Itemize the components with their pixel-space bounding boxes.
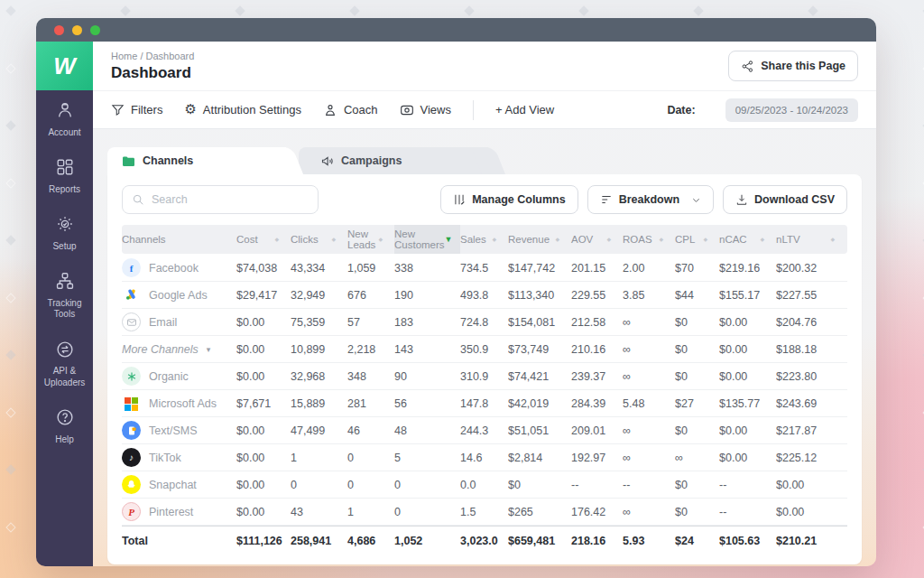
close-window-button[interactable] [54,25,64,35]
folder-icon [122,155,135,167]
cell: 734.5 [460,262,508,275]
cell: $0.00 [719,452,776,464]
cell: 0 [394,506,460,518]
page-header: Home / Dashboard Dashboard Share this Pa… [93,42,876,90]
channel-cell-tiktok[interactable]: ♪TikTok [122,448,236,467]
diamond-shape [578,5,588,15]
sort-icon: ◆ [606,237,611,242]
column-header-cpl[interactable]: CPL◆ [675,225,719,254]
filters-button[interactable]: Filters [111,103,162,117]
cell: 229.55 [571,289,623,302]
channel-cell-google-ads[interactable]: Google Ads [122,285,236,305]
logo-glyph: W [53,52,76,80]
channel-cell-pinterest[interactable]: PPinterest [122,502,236,521]
cell: 1.5 [460,506,508,518]
tab-channels[interactable]: Channels [107,147,286,174]
channel-cell-microsoft-ads[interactable]: Microsoft Ads [122,394,236,414]
cell: 3.85 [623,289,675,302]
cell: 676 [347,289,394,302]
cell: 10,899 [291,343,347,356]
channel-cell-text-sms[interactable]: Text/SMS [122,421,236,440]
diamond-shape [5,464,15,474]
cell: 1,052 [394,535,460,547]
minimize-window-button[interactable] [72,25,82,35]
column-header-aov[interactable]: AOV◆ [571,225,623,254]
cell: $70 [675,262,719,275]
sidebar-item-account[interactable]: Account [36,100,93,138]
sidebar-item-reports[interactable]: Reports [36,157,93,195]
share-page-button[interactable]: Share this Page [728,51,858,81]
column-header-new-leads[interactable]: New Leads◆ [347,225,394,254]
cell: 43,334 [291,262,347,275]
sort-icon: ◆ [331,237,336,242]
table-row: PPinterest$0.0043101.5$265176.42∞$0--$0.… [122,499,847,526]
text-sms-icon [122,421,141,440]
tab-bar: Campaigns Channels [107,147,862,174]
cell: $105.63 [719,535,776,547]
views-button[interactable]: Views [400,103,451,117]
cell: $0 [675,343,719,356]
app-logo[interactable]: W [36,42,93,90]
sidebar-item-help[interactable]: Help [36,407,93,445]
sidebar-item-setup[interactable]: Setup [36,214,93,252]
sort-icon: ◆ [274,237,279,242]
manage-columns-button[interactable]: Manage Columns [440,185,578,214]
column-header-cost[interactable]: Cost◆ [236,225,291,254]
column-header-nltv[interactable]: nLTV◆ [776,225,846,254]
cell: $0.00 [236,370,291,383]
cell: $200.32 [776,262,846,275]
account-icon [55,100,75,124]
diamond-shape [5,407,15,417]
search-input[interactable]: Search [122,185,319,214]
cell: $51,051 [508,424,571,437]
cell: $659,481 [508,535,571,547]
coach-button[interactable]: Coach [323,103,378,117]
column-header-revenue[interactable]: Revenue◆ [508,225,571,254]
column-header-clicks[interactable]: Clicks◆ [291,225,347,254]
sidebar-item-label: Reports [49,184,80,196]
breakdown-button[interactable]: Breakdown [587,185,714,214]
cell: $0.00 [719,370,776,383]
channel-cell-organic[interactable]: Organic [122,367,236,386]
breadcrumb[interactable]: Home / Dashboard [111,51,194,61]
sidebar-item-api-uploaders[interactable]: API & Uploaders [36,340,93,389]
column-header-ncac[interactable]: nCAC◆ [719,225,776,254]
cell: -- [623,479,675,491]
cell: $243.69 [776,397,846,410]
cell: $154,081 [508,316,571,329]
add-view-button[interactable]: + Add View [495,103,554,117]
date-range-picker[interactable]: 09/25/2023 - 10/24/2023 [725,98,858,122]
tab-campaigns[interactable]: Campaigns [299,147,488,174]
channel-cell-facebook[interactable]: fFacebook [122,258,236,277]
cell: $0.00 [236,343,291,356]
cell: 2.00 [623,262,675,275]
channel-cell-snapchat[interactable]: Snapchat [122,475,236,494]
maximize-window-button[interactable] [90,25,100,35]
cell: 281 [347,397,394,410]
column-header-sales[interactable]: Sales◆ [460,225,508,254]
column-header-new-customers[interactable]: New Customers▼ [394,225,460,254]
channel-cell-email[interactable]: Email [122,312,236,331]
download-csv-button[interactable]: Download CSV [723,185,847,214]
sort-icon: ◆ [659,237,663,242]
sidebar-item-tracking-tools[interactable]: Tracking Tools [36,271,93,321]
cell: $265 [508,506,571,518]
cell: 143 [394,343,460,356]
cell: 0 [394,479,460,491]
column-header-channels[interactable]: Channels [122,225,236,254]
cell: $0.00 [719,316,776,329]
cell: 0 [291,479,347,491]
cell: ∞ [623,452,675,464]
cell: $0 [508,479,571,491]
tiktok-icon: ♪ [122,448,141,467]
column-header-roas[interactable]: ROAS◆ [623,225,675,254]
attribution-settings-button[interactable]: ⚙ Attribution Settings [184,103,301,117]
organic-icon [122,367,141,386]
setup-icon [55,214,75,238]
cell: $0.00 [236,506,291,518]
cell: $2,814 [508,452,571,464]
diamond-shape [349,5,359,15]
table-row: Text/SMS$0.0047,4994648244.3$51,051209.0… [122,417,847,444]
diamond-shape [235,5,245,15]
channel-cell-more-channels[interactable]: More Channels▾ [122,343,236,356]
